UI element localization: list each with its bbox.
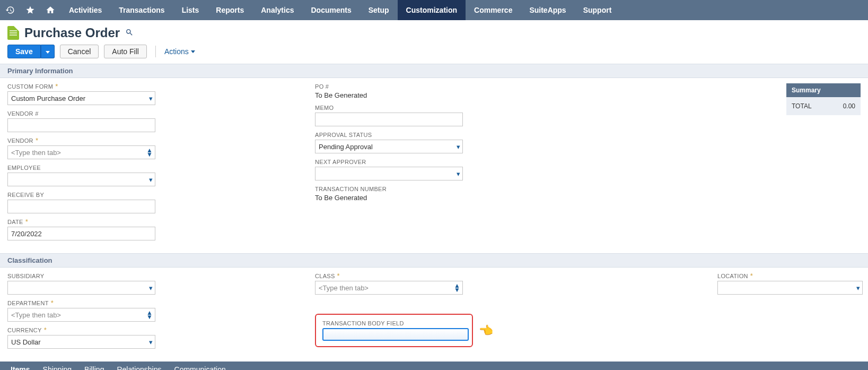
chevron-down-icon: ▾ xyxy=(149,338,153,346)
label-vendor-num: VENDOR # xyxy=(7,110,39,117)
label-class: CLASS xyxy=(315,273,335,279)
section-header-classification: Classification xyxy=(0,253,868,268)
subtab-bar: ItemsShippingBillingRelationshipsCommuni… xyxy=(0,362,868,370)
currency-value: US Dollar xyxy=(11,338,41,346)
updown-icon: ▲▼ xyxy=(146,311,153,319)
vendor-num-input[interactable] xyxy=(7,118,155,132)
subsidiary-select[interactable]: ▾ xyxy=(7,281,155,295)
chevron-down-icon: ▾ xyxy=(457,170,460,178)
nav-item-lists[interactable]: Lists xyxy=(173,0,208,20)
location-select[interactable]: ▾ xyxy=(717,281,863,295)
department-select[interactable]: <Type then tab> ▲▼ xyxy=(7,308,155,322)
search-icon[interactable] xyxy=(125,28,134,38)
label-location: LOCATION xyxy=(717,273,748,279)
approval-value: Pending Approval xyxy=(319,143,373,151)
actions-menu[interactable]: Actions xyxy=(164,47,195,56)
label-tranbody: TRANSACTION BODY FIELD xyxy=(322,320,404,326)
tab-relationships[interactable]: Relationships xyxy=(117,365,161,370)
nav-item-suiteapps[interactable]: SuiteApps xyxy=(521,0,574,20)
tab-items[interactable]: Items xyxy=(11,365,30,370)
nav-item-activities[interactable]: Activities xyxy=(60,0,110,20)
summary-total-label: TOTAL xyxy=(792,102,812,110)
summary-panel: Summary TOTAL 0.00 xyxy=(786,83,861,115)
chevron-down-icon: ▾ xyxy=(149,176,153,184)
label-vendor: VENDOR xyxy=(7,137,33,144)
actions-menu-label: Actions xyxy=(164,47,189,56)
cancel-button[interactable]: Cancel xyxy=(60,45,99,58)
history-icon[interactable] xyxy=(0,0,20,20)
vendor-select[interactable]: <Type then tab> ▲▼ xyxy=(7,145,155,159)
employee-select[interactable]: ▾ xyxy=(7,173,155,186)
ponum-value: To Be Generated xyxy=(315,91,591,99)
autofill-button[interactable]: Auto Fill xyxy=(104,45,147,58)
label-custom-form: CUSTOM FORM xyxy=(7,83,53,90)
updown-icon: ▲▼ xyxy=(146,148,153,157)
highlighted-custom-field: TRANSACTION BODY FIELD xyxy=(315,314,473,347)
tab-shipping[interactable]: Shipping xyxy=(43,365,72,370)
date-value: 7/20/2022 xyxy=(11,230,42,238)
custom-form-select[interactable]: Custom Purchase Order ▾ xyxy=(7,91,155,105)
chevron-down-icon xyxy=(46,51,50,54)
chevron-down-icon: ▾ xyxy=(856,284,860,292)
tab-communication[interactable]: Communication xyxy=(174,365,226,370)
label-trannum: TRANSACTION NUMBER xyxy=(315,186,387,192)
memo-input[interactable] xyxy=(315,113,463,126)
pointing-hand-icon: 👉 xyxy=(479,324,494,338)
updown-icon: ▲▼ xyxy=(454,283,460,292)
department-placeholder: <Type then tab> xyxy=(11,311,61,319)
nav-item-documents[interactable]: Documents xyxy=(302,0,360,20)
nav-item-analytics[interactable]: Analytics xyxy=(252,0,302,20)
save-button[interactable]: Save xyxy=(7,45,41,58)
label-department: DEPARTMENT xyxy=(7,300,49,306)
page-title: Purchase Order xyxy=(24,25,120,40)
date-input[interactable]: 7/20/2022 xyxy=(7,227,155,240)
label-nextappr: NEXT APPROVER xyxy=(315,159,366,165)
custom-form-value: Custom Purchase Order xyxy=(11,94,85,102)
tab-billing[interactable]: Billing xyxy=(84,365,104,370)
receiveby-input[interactable] xyxy=(7,200,155,213)
label-memo: MEMO xyxy=(315,105,334,111)
trannum-value: To Be Generated xyxy=(315,194,591,202)
vendor-placeholder: <Type then tab> xyxy=(11,149,61,157)
nav-item-customization[interactable]: Customization xyxy=(398,0,466,20)
chevron-down-icon xyxy=(191,50,195,53)
section-header-primary: Primary Information xyxy=(0,64,868,78)
label-subsidiary: SUBSIDIARY xyxy=(7,273,44,279)
top-navigation: ActivitiesTransactionsListsReportsAnalyt… xyxy=(0,0,868,20)
label-receiveby: RECEIVE BY xyxy=(7,192,44,198)
nav-item-transactions[interactable]: Transactions xyxy=(110,0,173,20)
summary-header: Summary xyxy=(786,83,861,97)
chevron-down-icon: ▾ xyxy=(149,284,153,292)
label-ponum: PO # xyxy=(315,83,329,90)
nextappr-select[interactable]: ▾ xyxy=(315,167,463,180)
class-select[interactable]: <Type then tab> ▲▼ xyxy=(315,281,463,295)
transaction-body-field-input[interactable] xyxy=(322,328,469,341)
nav-item-support[interactable]: Support xyxy=(575,0,620,20)
chevron-down-icon: ▾ xyxy=(457,143,460,151)
nav-item-commerce[interactable]: Commerce xyxy=(466,0,521,20)
summary-total-value: 0.00 xyxy=(843,102,855,110)
save-dropdown-button[interactable] xyxy=(41,45,55,58)
class-placeholder: <Type then tab> xyxy=(319,284,369,292)
approval-select[interactable]: Pending Approval ▾ xyxy=(315,140,463,153)
label-approval: APPROVAL STATUS xyxy=(315,132,372,138)
chevron-down-icon: ▾ xyxy=(149,94,153,102)
label-employee: EMPLOYEE xyxy=(7,165,41,171)
nav-item-setup[interactable]: Setup xyxy=(360,0,398,20)
currency-select[interactable]: US Dollar ▾ xyxy=(7,335,155,349)
home-icon[interactable] xyxy=(40,0,60,20)
page-type-icon xyxy=(7,26,19,40)
divider xyxy=(155,46,156,57)
label-date: DATE xyxy=(7,219,23,225)
star-icon[interactable] xyxy=(20,0,40,20)
nav-item-reports[interactable]: Reports xyxy=(207,0,252,20)
label-currency: CURRENCY xyxy=(7,327,42,333)
